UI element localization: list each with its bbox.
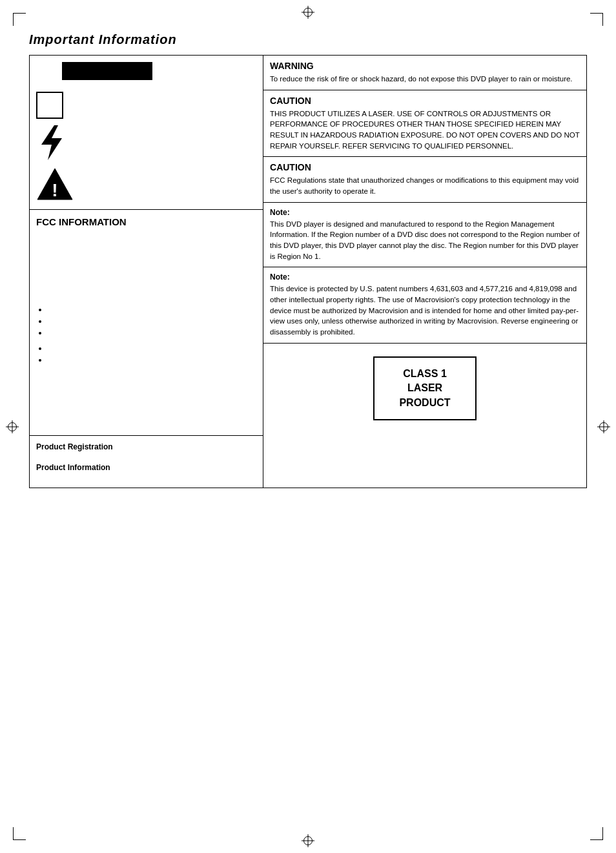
left-column: ! FCC INFORMATION Product Registra: [30, 56, 263, 488]
note-box-2: Note: This device is protected by U.S. p…: [263, 267, 586, 343]
warning-text: To reduce the risk of fire or shock haza…: [270, 74, 580, 85]
note-box-1: Note: This DVD player is designed and ma…: [263, 203, 586, 268]
laser-product-wrapper: CLASS 1 LASER PRODUCT: [263, 344, 586, 433]
bullet-item-5: [48, 355, 256, 364]
caution-box-1: CAUTION THIS PRODUCT UTILIZES A LASER. U…: [263, 90, 586, 158]
corner-mark-br: [590, 827, 603, 840]
reg-mark-bottom: [303, 836, 313, 845]
laser-product-box: CLASS 1 LASER PRODUCT: [373, 356, 477, 420]
reg-mark-top: [303, 8, 313, 17]
reg-mark-left: [8, 422, 17, 431]
warning-box: WARNING To reduce the risk of fire or sh…: [263, 56, 586, 90]
note1-title: Note:: [270, 208, 580, 217]
note2-text: This device is protected by U.S. patent …: [270, 283, 580, 337]
warning-title: WARNING: [270, 61, 580, 71]
caution1-text: THIS PRODUCT UTILIZES A LASER. USE OF CO…: [270, 108, 580, 152]
svg-text:!: !: [52, 180, 57, 200]
main-content: Important Information: [29, 32, 587, 488]
bullet-item-3: [48, 328, 256, 337]
lightning-icon: [36, 124, 256, 163]
iec-symbol-box: [36, 92, 63, 119]
black-bar-logo: [62, 62, 152, 80]
two-column-layout: ! FCC INFORMATION Product Registra: [29, 55, 587, 488]
bullet-item-1: [48, 305, 256, 314]
corner-mark-tl: [13, 13, 26, 26]
caution-box-2: CAUTION FCC Regulations state that unaut…: [263, 157, 586, 202]
note1-text: This DVD player is designed and manufact…: [270, 219, 580, 262]
svg-marker-0: [41, 125, 62, 160]
caution1-title: CAUTION: [270, 96, 580, 106]
corner-mark-bl: [13, 827, 26, 840]
note2-title: Note:: [270, 272, 580, 282]
fcc-title: FCC INFORMATION: [36, 216, 256, 227]
fcc-section: FCC INFORMATION: [30, 210, 263, 436]
laser-line3: PRODUCT: [387, 396, 462, 410]
bullet-item-2: [48, 316, 256, 325]
reg-mark-right: [599, 422, 608, 431]
laser-line2: LASER: [387, 381, 462, 395]
page-title: Important Information: [29, 32, 587, 47]
caution2-title: CAUTION: [270, 162, 580, 172]
bullet-item-4: [48, 344, 256, 353]
corner-mark-tr: [590, 13, 603, 26]
fcc-bullet-list: [48, 305, 256, 364]
product-information-label: Product Information: [36, 463, 256, 472]
icons-section: !: [30, 56, 263, 210]
caution2-text: FCC Regulations state that unauthorized …: [270, 175, 580, 196]
product-section: Product Registration Product Information: [30, 436, 263, 488]
warning-triangle-icon: !: [36, 167, 256, 203]
right-column: WARNING To reduce the risk of fire or sh…: [263, 56, 586, 488]
product-registration-label: Product Registration: [36, 442, 256, 451]
laser-line1: CLASS 1: [387, 367, 462, 381]
